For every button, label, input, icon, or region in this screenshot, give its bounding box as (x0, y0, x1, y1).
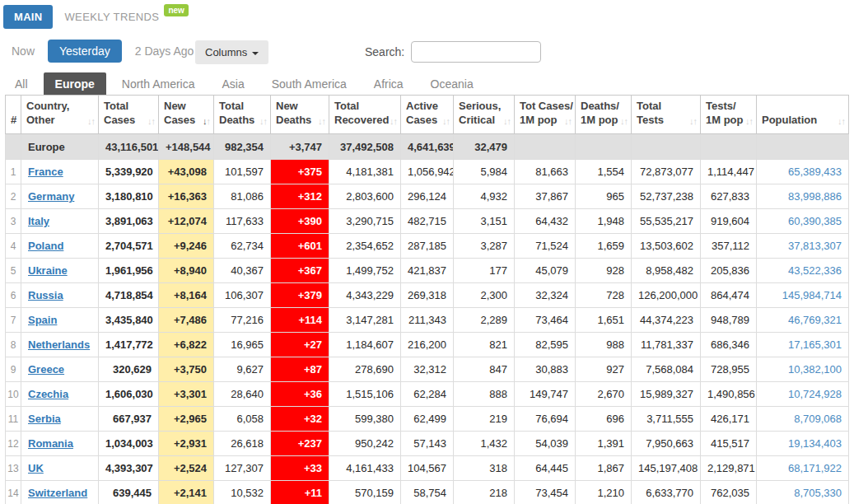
sort-asc-arrow: ↑ (446, 116, 450, 126)
country-link[interactable]: Czechia (28, 388, 68, 400)
total-cases-cell: 1,961,956 (99, 259, 159, 283)
country-link[interactable]: Romania (28, 437, 73, 450)
tests-per-1m-cell: 948,789 (701, 308, 757, 333)
total-tests-cell: 72,873,077 (632, 160, 701, 184)
column-header-tests-per-1m[interactable]: Tests/1M pop↓↑ (701, 96, 757, 134)
rank-cell: 2 (6, 184, 21, 209)
population-cell[interactable]: 43,522,336 (757, 259, 849, 283)
two-days-ago-button[interactable]: 2 Days Ago (127, 40, 203, 63)
country-link[interactable]: Russia (28, 289, 63, 301)
column-header-total-tests[interactable]: TotalTests↓↑ (632, 96, 701, 134)
country-link[interactable]: Ukraine (28, 264, 68, 277)
column-header-line1: Tests/ (706, 100, 751, 114)
total-recovered-cell: 570,159 (329, 481, 401, 504)
total-tests-cell: 11,781,337 (632, 333, 701, 357)
region-tab-europe[interactable]: Europe (44, 72, 106, 96)
column-header-line1: Total (637, 100, 695, 114)
serious-critical-cell: 3,287 (454, 234, 515, 259)
sort-icon: ↓↑ (564, 115, 572, 127)
deaths-per-1m-cell: 1,867 (576, 456, 632, 481)
region-tab-south-america[interactable]: South America (260, 72, 358, 96)
country-link[interactable]: Netherlands (28, 338, 90, 351)
country-link[interactable]: France (28, 166, 63, 178)
columns-dropdown-button[interactable]: Columns (195, 40, 268, 64)
column-header-cases-per-1m[interactable]: Tot Cases/1M pop↓↑ (515, 96, 576, 134)
region-tab-africa[interactable]: Africa (362, 72, 415, 96)
column-header-deaths-per-1m[interactable]: Deaths/1M pop↓↑ (576, 96, 632, 134)
total-recovered-cell: 1,184,607 (329, 333, 401, 357)
population-cell[interactable]: 8,705,330 (757, 481, 849, 504)
total-recovered-cell: 278,690 (329, 357, 401, 382)
population-cell[interactable]: 10,724,928 (757, 382, 849, 407)
sort-asc-arrow: ↑ (152, 116, 156, 126)
column-header-line1: Active (406, 100, 448, 114)
population-cell[interactable]: 8,709,068 (757, 407, 849, 432)
column-header-active-cases[interactable]: ActiveCases↓↑ (401, 96, 454, 134)
region-tab-north-america[interactable]: North America (110, 72, 207, 96)
country-link[interactable]: Germany (28, 190, 74, 203)
search-label: Search: (365, 45, 404, 58)
country-link[interactable]: Serbia (28, 413, 61, 425)
country-link[interactable]: Switzerland (28, 487, 87, 499)
country-link[interactable]: Spain (28, 314, 57, 326)
population-cell[interactable]: 37,813,307 (757, 234, 849, 259)
yesterday-button[interactable]: Yesterday (48, 40, 122, 63)
population-cell[interactable]: 145,984,714 (757, 283, 849, 308)
search-input[interactable] (411, 41, 541, 63)
column-header-new-deaths[interactable]: NewDeaths↓↑ (271, 96, 329, 134)
region-tab-oceania[interactable]: Oceania (419, 72, 485, 96)
table-row: 7Spain3,435,840+7,48677,216+1143,147,281… (6, 308, 849, 333)
population-cell[interactable]: 19,134,403 (757, 432, 849, 456)
region-tab-asia[interactable]: Asia (211, 72, 256, 96)
tests-per-1m-cell (701, 134, 757, 160)
country-link[interactable]: Greece (28, 363, 64, 376)
now-button[interactable]: Now (3, 40, 43, 63)
columns-label: Columns (205, 46, 247, 58)
sort-icon: ↓↑ (87, 115, 95, 127)
sort-icon: ↓↑ (203, 115, 210, 127)
toolbar: Now Yesterday 2 Days Ago Columns Search: (0, 40, 854, 63)
population-cell[interactable]: 65,389,433 (757, 160, 849, 184)
new-cases-cell: +148,544 (159, 134, 214, 160)
new-cases-cell: +12,074 (159, 209, 214, 234)
country-link[interactable]: UK (28, 462, 44, 474)
region-tab-all[interactable]: All (3, 72, 40, 96)
new-badge: new (164, 4, 188, 16)
country-link[interactable]: Poland (28, 240, 63, 252)
new-deaths-cell: +390 (271, 209, 329, 234)
table-row: 11Serbia667,937+2,9656,058+32599,38062,4… (6, 407, 849, 432)
population-cell[interactable]: 60,390,385 (757, 209, 849, 234)
column-header-total-deaths[interactable]: TotalDeaths↓↑ (214, 96, 271, 134)
cases-per-1m-cell: 149,747 (515, 382, 576, 407)
column-header-line2: Deaths (276, 114, 324, 128)
population-cell[interactable]: 17,165,301 (757, 333, 849, 357)
column-header-population[interactable]: Population↓↑ (757, 96, 849, 134)
cases-per-1m-cell (515, 134, 576, 160)
serious-critical-cell: 32,479 (454, 134, 515, 160)
total-recovered-cell: 950,242 (329, 432, 401, 456)
column-header-new-cases[interactable]: NewCases↓↑ (159, 96, 214, 134)
column-header-line1: New (164, 100, 208, 114)
total-cases-cell: 4,393,307 (99, 456, 159, 481)
main-tab[interactable]: MAIN (3, 5, 53, 29)
column-header-line1: Tot Cases/ (520, 100, 570, 114)
total-deaths-cell: 6,058 (214, 407, 271, 432)
column-header-country[interactable]: Country,Other↓↑ (21, 96, 99, 134)
active-cases-cell: 421,837 (401, 259, 454, 283)
weekly-trends-tab[interactable]: WEEKLY TRENDS (64, 11, 159, 23)
column-header-serious-critical[interactable]: Serious,Critical↓↑ (454, 96, 515, 134)
serious-critical-cell: 5,984 (454, 160, 515, 184)
total-tests-cell: 13,503,602 (632, 234, 701, 259)
column-header-total-recovered[interactable]: TotalRecovered↓↑ (329, 96, 401, 134)
country-link[interactable]: Italy (28, 215, 49, 227)
population-cell[interactable]: 46,769,321 (757, 308, 849, 333)
population-cell[interactable]: 83,998,886 (757, 184, 849, 209)
sort-icon: ↓↑ (503, 115, 511, 127)
country-cell: Italy (21, 209, 99, 234)
cases-per-1m-cell: 37,867 (515, 184, 576, 209)
column-header-line2: Recovered (334, 114, 395, 128)
population-cell[interactable]: 68,171,922 (757, 456, 849, 481)
active-cases-cell: 57,143 (401, 432, 454, 456)
population-cell[interactable]: 10,382,100 (757, 357, 849, 382)
column-header-total-cases[interactable]: TotalCases↓↑ (99, 96, 159, 134)
